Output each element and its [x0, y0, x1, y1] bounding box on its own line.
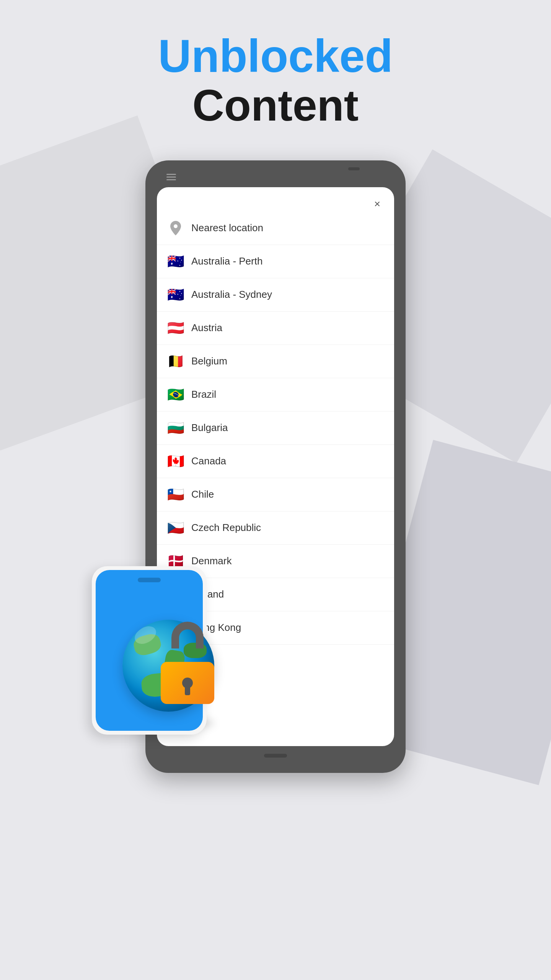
location-name-au-perth: Australia - Perth: [191, 255, 262, 267]
flag-emoji-brazil: 🇧🇷: [167, 388, 184, 402]
flag-emoji-au-sydney: 🇦🇺: [167, 288, 184, 302]
location-item-austria[interactable]: 🇦🇹Austria: [157, 312, 394, 345]
location-name-czech-republic: Czech Republic: [191, 522, 261, 534]
tablet-camera: [348, 167, 360, 170]
padlock: [161, 643, 214, 704]
flag-icon-czech-republic: 🇨🇿: [168, 520, 184, 536]
flag-emoji-chile: 🇨🇱: [167, 488, 184, 501]
flag-icon-au-sydney: 🇦🇺: [168, 287, 184, 303]
flag-icon-canada: 🇨🇦: [168, 453, 184, 469]
flag-emoji-czech-republic: 🇨🇿: [167, 521, 184, 535]
flag-emoji-canada: 🇨🇦: [167, 454, 184, 468]
location-name-au-sydney: Australia - Sydney: [191, 289, 272, 301]
location-item-czech-republic[interactable]: 🇨🇿Czech Republic: [157, 511, 394, 545]
content-title: Content: [158, 81, 393, 130]
tablet-home-button[interactable]: [264, 754, 287, 758]
close-button[interactable]: ×: [370, 196, 385, 212]
location-item-bulgaria[interactable]: 🇧🇬Bulgaria: [157, 412, 394, 445]
flag-icon-brazil: 🇧🇷: [168, 387, 184, 403]
location-item-chile[interactable]: 🇨🇱Chile: [157, 478, 394, 511]
location-name-canada: Canada: [191, 455, 226, 467]
location-item-canada[interactable]: 🇨🇦Canada: [157, 445, 394, 478]
flag-icon-chile: 🇨🇱: [168, 487, 184, 503]
location-name-bulgaria: Bulgaria: [191, 422, 228, 434]
pin-icon: [168, 220, 184, 236]
tablet-menu-button[interactable]: [166, 174, 176, 180]
location-item-au-perth[interactable]: 🇦🇺Australia - Perth: [157, 245, 394, 278]
tablet-wrapper: × Nearest location🇦🇺Australia - Perth🇦🇺A…: [145, 160, 406, 773]
location-item-au-sydney[interactable]: 🇦🇺Australia - Sydney: [157, 278, 394, 312]
unblocked-title: Unblocked: [158, 31, 393, 81]
svg-point-0: [174, 224, 178, 228]
flag-emoji-bulgaria: 🇧🇬: [167, 421, 184, 435]
flag-emoji-belgium: 🇧🇪: [167, 354, 184, 368]
phone-notch: [138, 578, 161, 582]
flag-emoji-au-perth: 🇦🇺: [167, 255, 184, 268]
location-item-nearest[interactable]: Nearest location: [157, 212, 394, 245]
location-name-nearest: Nearest location: [191, 222, 263, 234]
illustration: [99, 559, 283, 742]
location-item-brazil[interactable]: 🇧🇷Brazil: [157, 378, 394, 412]
screen-header: ×: [157, 187, 394, 212]
padlock-container: [161, 643, 214, 704]
padlock-keyhole: [182, 678, 193, 688]
location-item-belgium[interactable]: 🇧🇪Belgium: [157, 345, 394, 378]
flag-icon-austria: 🇦🇹: [168, 320, 184, 336]
flag-icon-belgium: 🇧🇪: [168, 353, 184, 369]
page-header: Unblocked Content: [158, 31, 393, 130]
location-name-belgium: Belgium: [191, 355, 227, 367]
location-name-austria: Austria: [191, 322, 222, 334]
location-name-chile: Chile: [191, 488, 214, 500]
padlock-body: [161, 662, 214, 704]
location-name-brazil: Brazil: [191, 389, 216, 400]
flag-icon-bulgaria: 🇧🇬: [168, 420, 184, 436]
flag-emoji-austria: 🇦🇹: [167, 321, 184, 335]
flag-icon-au-perth: 🇦🇺: [168, 253, 184, 270]
